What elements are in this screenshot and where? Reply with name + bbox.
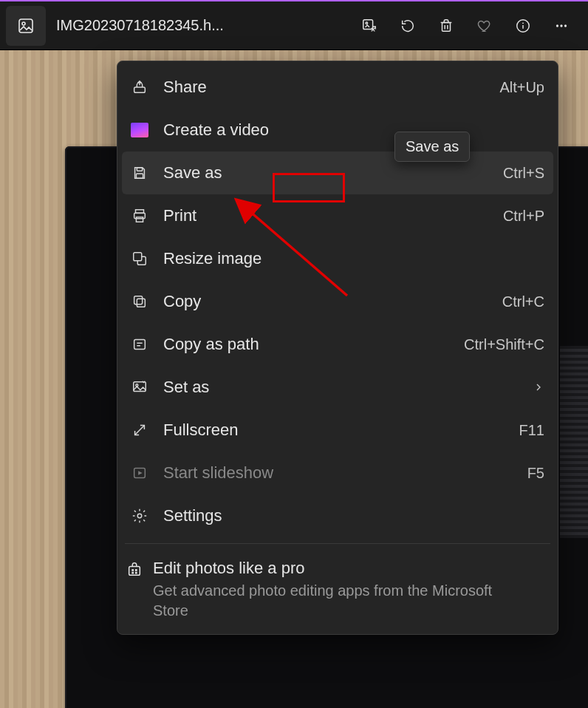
app-icon[interactable] (6, 6, 46, 46)
title-bar: IMG20230718182345.h... (0, 0, 588, 50)
resize-icon (126, 245, 153, 272)
svg-rect-15 (136, 217, 143, 222)
trash-icon (438, 18, 454, 34)
svg-rect-19 (134, 340, 146, 350)
menu-item-save-as[interactable]: Save as Ctrl+S (122, 152, 553, 194)
svg-rect-17 (137, 299, 145, 307)
copy-path-icon (126, 331, 153, 358)
tooltip-text: Save as (406, 138, 459, 154)
promo-title: Edit photos like a pro (153, 559, 530, 578)
photos-app-icon (17, 17, 35, 35)
svg-point-23 (137, 514, 142, 518)
menu-label: Share (163, 78, 489, 97)
svg-rect-4 (442, 22, 451, 31)
menu-label: Set as (163, 378, 522, 397)
svg-point-9 (564, 24, 567, 27)
edit-image-button[interactable] (353, 10, 386, 42)
svg-rect-18 (134, 296, 143, 304)
menu-item-share[interactable]: Share Alt+Up (117, 66, 558, 109)
tooltip-save-as: Save as (394, 132, 470, 162)
delete-button[interactable] (430, 10, 462, 42)
svg-rect-28 (135, 572, 137, 574)
menu-shortcut: F5 (527, 465, 544, 482)
svg-rect-24 (129, 566, 140, 575)
menu-label: Copy as path (163, 335, 454, 354)
menu-item-fullscreen[interactable]: Fullscreen F11 (117, 409, 558, 452)
menu-label: Start slideshow (163, 463, 517, 483)
slideshow-icon (126, 460, 153, 486)
set-as-icon (126, 374, 153, 401)
menu-label: Print (163, 206, 493, 225)
rotate-button[interactable] (392, 10, 424, 42)
menu-label: Resize image (163, 249, 544, 268)
fullscreen-icon (126, 417, 153, 443)
svg-point-8 (560, 24, 562, 27)
save-icon (126, 160, 153, 186)
gear-icon (126, 503, 153, 529)
menu-shortcut: Alt+Up (499, 79, 544, 96)
menu-label: Create a video (163, 120, 544, 140)
svg-rect-27 (131, 572, 134, 574)
menu-label: Fullscreen (163, 421, 509, 440)
menu-item-edit-pro[interactable]: Edit photos like a pro Get advanced phot… (117, 550, 558, 621)
menu-separator (125, 543, 550, 544)
print-icon (126, 202, 153, 229)
menu-item-copy[interactable]: Copy Ctrl+C (117, 280, 558, 323)
more-context-menu: Share Alt+Up Create a video Save as Ctrl… (117, 61, 558, 635)
svg-point-6 (522, 22, 524, 24)
menu-label: Copy (163, 292, 492, 311)
svg-rect-11 (137, 168, 142, 171)
edit-image-icon (361, 18, 377, 34)
chevron-right-icon (533, 381, 544, 393)
menu-item-copy-as-path[interactable]: Copy as path Ctrl+Shift+C (117, 323, 558, 366)
more-icon (553, 18, 570, 34)
menu-item-create-video[interactable]: Create a video (117, 109, 558, 152)
info-button[interactable] (507, 10, 539, 42)
menu-item-settings[interactable]: Settings (117, 494, 558, 537)
menu-item-set-as[interactable]: Set as (117, 366, 558, 409)
svg-rect-0 (19, 19, 33, 33)
clipchamp-icon (126, 117, 153, 143)
rotate-icon (400, 18, 416, 34)
menu-item-slideshow: Start slideshow F5 (117, 452, 558, 494)
svg-rect-16 (134, 253, 142, 261)
menu-shortcut: Ctrl+C (502, 293, 544, 310)
svg-rect-25 (131, 569, 134, 571)
menu-shortcut: F11 (519, 422, 544, 439)
menu-shortcut: Ctrl+Shift+C (464, 336, 544, 353)
promo-subtitle: Get advanced photo editing apps from the… (153, 581, 530, 621)
svg-point-7 (556, 24, 558, 27)
svg-rect-2 (363, 19, 373, 29)
menu-shortcut: Ctrl+S (503, 165, 544, 182)
menu-label: Save as (163, 163, 493, 183)
svg-rect-10 (134, 87, 146, 92)
promo-text: Edit photos like a pro Get advanced phot… (153, 559, 530, 621)
menu-shortcut: Ctrl+P (503, 208, 544, 225)
more-button[interactable] (545, 10, 578, 42)
store-icon (126, 562, 143, 578)
file-title: IMG20230718182345.h... (56, 17, 224, 34)
favorite-button[interactable] (468, 10, 501, 42)
info-icon (515, 18, 531, 34)
heart-icon (476, 18, 493, 34)
menu-label: Settings (163, 506, 544, 525)
svg-rect-26 (135, 569, 137, 571)
title-actions (353, 10, 578, 42)
svg-point-3 (366, 22, 368, 24)
menu-item-resize[interactable]: Resize image (117, 237, 558, 280)
svg-rect-12 (136, 174, 143, 178)
copy-icon (126, 288, 153, 315)
menu-item-print[interactable]: Print Ctrl+P (117, 194, 558, 237)
svg-point-1 (22, 22, 25, 25)
share-icon (126, 74, 153, 101)
